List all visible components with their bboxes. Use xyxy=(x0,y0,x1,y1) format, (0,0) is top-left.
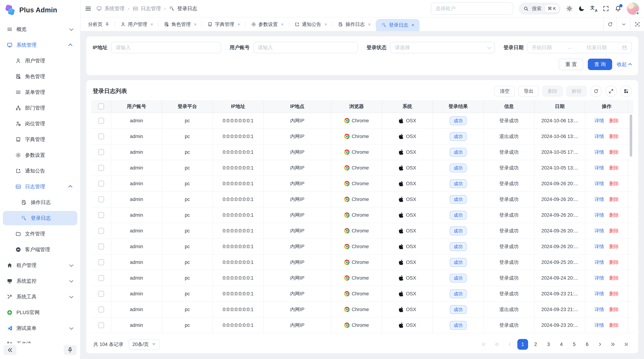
tab-param[interactable]: 参数设置× xyxy=(246,17,289,31)
detail-link[interactable]: 详情 xyxy=(594,259,604,266)
row-checkbox[interactable] xyxy=(98,212,104,218)
row-checkbox[interactable] xyxy=(98,259,104,265)
row-checkbox[interactable] xyxy=(98,149,104,155)
close-tab-icon[interactable]: × xyxy=(150,22,153,27)
sidebar-item-param[interactable]: 参数设置 xyxy=(3,148,77,162)
tabbar-chevron-down-button[interactable] xyxy=(617,17,630,31)
table-scrollbar[interactable] xyxy=(630,114,632,157)
detail-link[interactable]: 详情 xyxy=(594,228,604,234)
tab-dict[interactable]: 字典管理× xyxy=(202,17,246,31)
page-number-1[interactable]: 1 xyxy=(517,339,528,350)
row-checkbox[interactable] xyxy=(98,307,104,313)
row-checkbox[interactable] xyxy=(98,165,104,171)
bell-icon[interactable] xyxy=(615,5,622,12)
row-checkbox[interactable] xyxy=(98,133,104,139)
tab-loginlog[interactable]: 登录日志× xyxy=(376,19,420,31)
detail-link[interactable]: 详情 xyxy=(594,180,604,187)
sidebar-item-workflow[interactable]: 工作流 xyxy=(3,337,77,343)
page-next-more-button[interactable] xyxy=(608,339,618,350)
detail-link[interactable]: 详情 xyxy=(594,165,604,171)
close-tab-icon[interactable]: × xyxy=(324,22,327,27)
sidebar-item-test[interactable]: 测试菜单 xyxy=(3,321,77,336)
sidebar-item-system[interactable]: 系统管理 xyxy=(3,38,77,52)
detail-link[interactable]: 详情 xyxy=(594,212,604,218)
avatar[interactable] xyxy=(627,2,639,15)
export-button[interactable]: 导出 xyxy=(518,86,539,96)
table-expand-button[interactable] xyxy=(605,85,617,97)
date-range-picker[interactable]: 开始日期→结束日期 xyxy=(527,42,632,53)
delete-link[interactable]: 删除 xyxy=(609,180,619,187)
fullscreen-icon[interactable] xyxy=(602,5,609,12)
account-input[interactable]: 请输入 xyxy=(253,42,358,53)
detail-link[interactable]: 详情 xyxy=(594,117,604,124)
sidebar-item-log[interactable]: DEV日志管理 xyxy=(3,179,77,194)
moon-icon[interactable] xyxy=(578,5,585,12)
page-number-3[interactable]: 3 xyxy=(543,339,554,350)
detail-link[interactable]: 详情 xyxy=(594,149,604,155)
tabbar-refresh-button[interactable] xyxy=(603,17,617,31)
row-checkbox[interactable] xyxy=(98,275,104,281)
page-last-button[interactable] xyxy=(620,339,631,350)
breadcrumb-item[interactable]: 登录日志 xyxy=(169,5,197,12)
page-size-select[interactable]: 20条/页 xyxy=(128,339,160,350)
close-tab-icon[interactable]: × xyxy=(412,23,414,27)
sidebar-item-plus[interactable]: PLUS官网 xyxy=(3,305,77,320)
sidebar-item-file[interactable]: 文件管理 xyxy=(3,227,77,241)
tab-analysis[interactable]: 分析页 xyxy=(83,17,115,31)
global-search-button[interactable]: 搜索 ⌘ K xyxy=(518,2,561,15)
sidebar-item-menu[interactable]: 菜单管理 xyxy=(3,85,77,99)
sidebar-item-dict[interactable]: 字典管理 xyxy=(3,132,77,147)
delete-link[interactable]: 删除 xyxy=(609,149,619,155)
tabbar-maximize-button[interactable] xyxy=(630,17,644,31)
sidebar-item-tenant[interactable]: 租户管理 xyxy=(3,258,77,273)
ip-input[interactable]: 请输入 xyxy=(111,42,221,53)
sidebar-item-role[interactable]: 角色管理 xyxy=(3,69,77,84)
reset-button[interactable]: 重 置 xyxy=(559,59,583,70)
row-checkbox[interactable] xyxy=(98,322,104,328)
table-refresh-button[interactable] xyxy=(590,85,602,97)
tenant-select[interactable]: 选择租户 xyxy=(431,2,513,15)
detail-link[interactable]: 详情 xyxy=(594,196,604,203)
sidebar-item-sysmon[interactable]: 系统监控 xyxy=(3,274,77,288)
translate-icon[interactable]: 文A xyxy=(590,5,597,12)
close-tab-icon[interactable]: × xyxy=(368,22,371,27)
page-next-button[interactable] xyxy=(595,339,605,350)
breadcrumb-item[interactable]: DEV日志管理 xyxy=(132,5,161,12)
row-checkbox[interactable] xyxy=(98,244,104,250)
row-checkbox[interactable] xyxy=(98,196,104,202)
sidebar-item-client[interactable]: 客户端管理 xyxy=(3,242,77,257)
pin-sidebar-button[interactable] xyxy=(64,345,76,355)
row-checkbox[interactable] xyxy=(98,118,104,124)
collapse-filter-link[interactable]: 收起 xyxy=(617,61,632,68)
detail-link[interactable]: 详情 xyxy=(594,133,604,140)
delete-link[interactable]: 删除 xyxy=(609,212,619,218)
query-button[interactable]: 查 询 xyxy=(588,59,612,70)
detail-link[interactable]: 详情 xyxy=(594,322,604,329)
status-select[interactable]: 请选择 xyxy=(390,42,495,53)
row-checkbox[interactable] xyxy=(98,291,104,297)
delete-link[interactable]: 删除 xyxy=(609,291,619,297)
detail-link[interactable]: 详情 xyxy=(594,275,604,281)
delete-link[interactable]: 删除 xyxy=(609,259,619,266)
row-checkbox[interactable] xyxy=(98,228,104,234)
sidebar-item-post[interactable]: 岗位管理 xyxy=(3,117,77,131)
delete-link[interactable]: 删除 xyxy=(609,275,619,281)
delete-link[interactable]: 删除 xyxy=(609,228,619,234)
delete-link[interactable]: 删除 xyxy=(609,133,619,140)
clear-button[interactable]: 清空 xyxy=(494,86,515,96)
sidebar-item-loginlog[interactable]: 登录日志 xyxy=(3,211,77,225)
sidebar-item-oplog[interactable]: 操作日志 xyxy=(3,195,77,210)
sidebar-item-systool[interactable]: 系统工具 xyxy=(3,290,77,304)
close-tab-icon[interactable]: × xyxy=(281,22,284,27)
gear-icon[interactable] xyxy=(566,5,573,12)
delete-link[interactable]: 删除 xyxy=(609,306,619,313)
delete-link[interactable]: 删除 xyxy=(609,196,619,203)
tab-notice[interactable]: 通知公告× xyxy=(289,17,332,31)
hamburger-menu-icon[interactable] xyxy=(85,5,92,12)
row-checkbox[interactable] xyxy=(98,181,104,187)
page-number-4[interactable]: 4 xyxy=(556,339,567,350)
delete-link[interactable]: 删除 xyxy=(609,322,619,329)
sidebar-item-notice[interactable]: 通知公告 xyxy=(3,164,77,178)
sidebar-item-overview[interactable]: 概览 xyxy=(3,22,77,36)
page-number-2[interactable]: 2 xyxy=(530,339,541,350)
